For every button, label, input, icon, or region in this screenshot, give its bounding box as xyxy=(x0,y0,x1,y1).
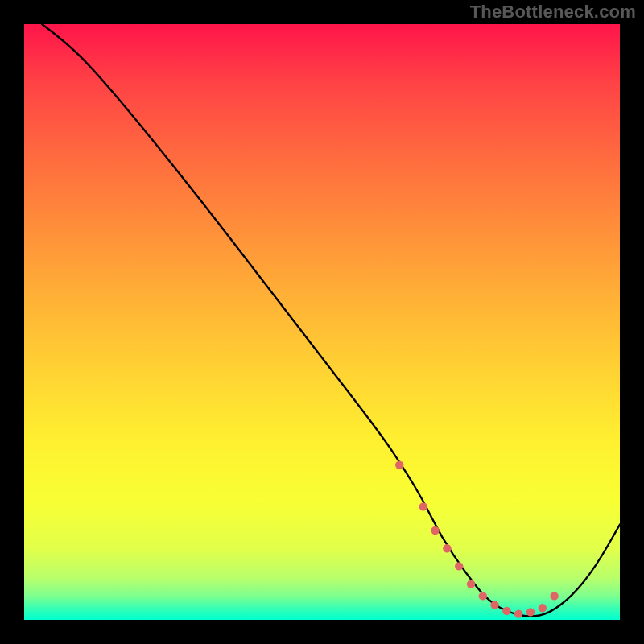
chart-frame: TheBottleneck.com xyxy=(0,0,644,644)
valley-dot xyxy=(467,580,475,588)
valley-dot xyxy=(550,592,558,600)
valley-dot xyxy=(443,544,451,552)
valley-dot xyxy=(514,609,522,617)
plot-area xyxy=(24,24,620,620)
curve-svg xyxy=(24,24,620,620)
valley-dot xyxy=(490,601,498,609)
valley-dot xyxy=(479,592,487,600)
bottleneck-curve xyxy=(42,24,620,616)
valley-dot xyxy=(431,526,439,535)
valley-dot xyxy=(526,608,535,616)
valley-dot xyxy=(455,562,463,570)
valley-dot xyxy=(419,502,427,510)
watermark-text: TheBottleneck.com xyxy=(470,2,636,23)
valley-dot xyxy=(502,607,510,615)
valley-dots xyxy=(395,460,559,617)
valley-dot xyxy=(539,604,547,612)
valley-dot xyxy=(395,460,403,469)
